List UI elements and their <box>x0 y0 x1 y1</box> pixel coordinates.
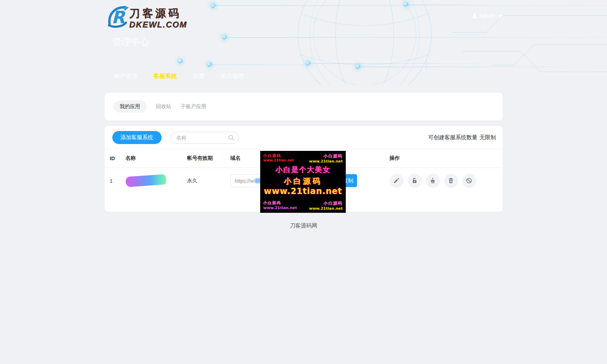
main-nav: 账户管理 客服系统 设置 插件管理 <box>114 72 260 80</box>
brand-name-cn: 刀客源码 <box>129 6 187 21</box>
brand-logo: R 刀客源码 DKEWL.COM <box>105 3 187 31</box>
clean-button[interactable] <box>426 174 440 188</box>
watermark-bottom-right-name: 小白源码 <box>324 200 343 206</box>
brush-icon <box>429 177 436 184</box>
page: R 刀客源码 DKEWL.COM 管理中心 admin 账户管理 客服系统 <box>0 0 607 364</box>
col-header-validity: 帐号有效期 <box>187 155 230 161</box>
trash-icon <box>447 177 454 184</box>
watermark-mid-url: www.21tian.net <box>263 186 343 196</box>
tab-recycle-bin[interactable]: 回收站 <box>156 103 172 110</box>
nav-item-customer-service[interactable]: 客服系统 <box>154 72 177 80</box>
cell-name <box>126 175 187 187</box>
tab-my-apps[interactable]: 我的应用 <box>113 101 147 113</box>
ban-icon <box>466 177 472 184</box>
tab-subaccount-apps[interactable]: 子账户应用 <box>181 103 206 110</box>
watermark-mid-name: 小白源码 <box>263 176 343 186</box>
chevron-down-icon <box>498 15 503 17</box>
add-customer-service-button[interactable]: 添加客服系统 <box>112 131 162 144</box>
app-tabs-card: 我的应用 回收站 子账户应用 <box>105 93 503 120</box>
nav-item-plugins[interactable]: 插件管理 <box>221 72 244 80</box>
brand-name-en: DKEWL.COM <box>129 20 187 29</box>
col-header-actions: 操作 <box>390 155 503 161</box>
delete-button[interactable] <box>444 174 458 188</box>
redacted-name-blob <box>125 174 166 187</box>
pencil-icon <box>393 177 400 184</box>
footer-text: 刀客源码网 <box>105 222 503 230</box>
logo-r-icon: R <box>105 3 131 31</box>
domain-value: https://w <box>235 178 254 184</box>
watermark-bottom-left-url: www.21tian.net <box>263 206 297 210</box>
quota-value: 无限制 <box>480 134 496 140</box>
watermark-top-right-name: 小白源码 <box>324 153 343 159</box>
search-icon[interactable] <box>228 134 235 141</box>
cell-actions <box>390 174 503 188</box>
edit-button[interactable] <box>390 174 404 188</box>
col-header-id: ID <box>110 155 126 161</box>
unlock-icon <box>411 177 418 184</box>
lock-button[interactable] <box>408 174 422 188</box>
watermark-overlay: 小白源码 www.21tian.net 小白源码 www.21tian.net … <box>260 151 346 213</box>
user-menu[interactable]: admin <box>471 12 502 19</box>
nav-item-account[interactable]: 账户管理 <box>114 72 138 80</box>
page-title: 管理中心 <box>112 36 149 48</box>
user-name: admin <box>479 12 495 19</box>
toolbar: 添加客服系统 可创建客服系统数量无限制 <box>105 126 503 144</box>
cell-validity: 永久 <box>187 178 230 184</box>
svg-text:R: R <box>112 8 126 27</box>
header-banner: R 刀客源码 DKEWL.COM 管理中心 admin 账户管理 客服系统 <box>0 0 607 85</box>
user-icon <box>471 13 478 19</box>
quota-text: 可创建客服系统数量无限制 <box>428 134 496 141</box>
col-header-name: 名称 <box>126 155 187 161</box>
disable-button[interactable] <box>462 174 476 188</box>
watermark-bottom-right-url: www.21tian.net <box>309 206 343 211</box>
watermark-top-left-url: www.21tian.net <box>263 158 294 162</box>
watermark-bottom-left-name: 小白源码 <box>263 200 297 206</box>
cell-id: 1 <box>110 178 126 184</box>
quota-label: 可创建客服系统数量 <box>428 134 478 140</box>
watermark-top-right-url: www.21tian.net <box>309 159 343 164</box>
nav-item-settings[interactable]: 设置 <box>193 72 205 80</box>
watermark-title: 小白是个大美女 <box>263 165 343 174</box>
watermark-top-left-name: 小白源码 <box>263 153 294 158</box>
